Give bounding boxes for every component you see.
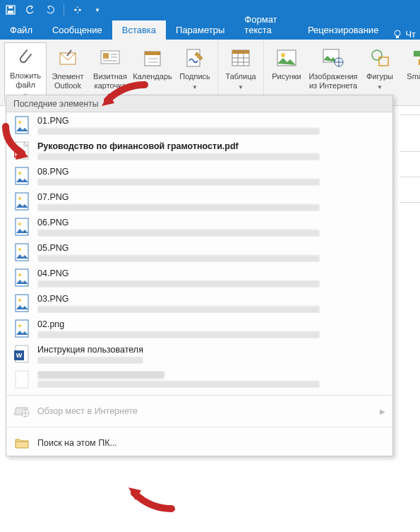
signature-button[interactable]: Подпись ▼ — [174, 42, 216, 102]
pictures-icon — [277, 45, 296, 71]
recent-item[interactable]: 05.PNG — [6, 240, 392, 265]
recent-item[interactable]: WИнструкция пользователя — [6, 341, 392, 367]
separator — [6, 427, 392, 427]
chevron-down-icon: ▼ — [377, 83, 383, 92]
img-file-icon — [13, 319, 30, 338]
recent-item-path — [37, 306, 320, 313]
recent-item[interactable] — [6, 367, 392, 392]
none-file-icon — [13, 370, 30, 389]
table-icon — [232, 45, 250, 71]
calendar-label: Календарь — [133, 72, 172, 81]
recent-item-path — [37, 179, 320, 186]
outlook-item-label: Элемент Outlook — [52, 72, 84, 90]
browse-web-button[interactable]: Обзор мест в Интернете ▶ — [6, 398, 392, 424]
attach-file-button[interactable]: Вложить файл ▼ — [4, 42, 47, 102]
shapes-icon — [370, 45, 390, 71]
recent-item[interactable]: 04.PNG — [6, 265, 392, 290]
recent-item-name: 06.PNG — [37, 218, 320, 227]
recent-item-text: 02.png — [37, 319, 320, 338]
tab-review[interactable]: Рецензирование — [298, 20, 388, 40]
recent-item-path — [37, 381, 320, 388]
img-file-icon — [13, 115, 30, 135]
browse-this-pc-button[interactable]: Поиск на этом ПК... — [6, 430, 392, 456]
tell-me-button[interactable]: Чт — [388, 29, 420, 40]
shapes-button[interactable]: Фигуры ▼ — [359, 42, 401, 102]
svg-point-49 — [18, 299, 21, 302]
signature-label: Подпись — [179, 72, 210, 81]
svg-rect-1 — [8, 11, 13, 13]
img-file-icon — [13, 293, 30, 313]
pdf-file-icon: PDF — [13, 141, 30, 160]
recent-item-path — [37, 204, 320, 211]
recent-item[interactable]: 02.png — [6, 316, 392, 341]
recent-item[interactable]: 08.PNG — [6, 163, 392, 189]
table-label: Таблица — [225, 72, 256, 81]
recent-item-name: 02.png — [37, 319, 320, 329]
recent-item-text: 04.PNG — [37, 268, 320, 288]
recent-item-name: 04.PNG — [37, 268, 320, 278]
tab-message[interactable]: Сообщение — [42, 20, 112, 40]
svg-point-5 — [395, 30, 400, 36]
qat-customize-button[interactable]: ▼ — [90, 2, 105, 18]
calendar-icon — [143, 45, 162, 71]
recent-item-path — [37, 357, 143, 364]
svg-rect-9 — [103, 53, 109, 59]
svg-rect-2 — [8, 6, 13, 8]
online-pictures-button[interactable]: Изображения из Интернета — [308, 42, 359, 102]
business-card-icon — [100, 45, 120, 71]
recent-item-text: 03.PNG — [37, 294, 320, 313]
svg-point-43 — [18, 223, 21, 225]
svg-point-45 — [18, 248, 21, 251]
lightbulb-icon — [392, 30, 402, 40]
signature-icon — [186, 45, 204, 71]
recent-item[interactable]: PDFРуководство по финансовой грамотности… — [6, 138, 392, 163]
business-card-button[interactable]: Визитная карточка ▼ — [89, 42, 131, 102]
recent-item[interactable]: 07.PNG — [6, 189, 392, 214]
svg-point-34 — [18, 121, 21, 124]
outlook-item-icon — [59, 45, 77, 71]
recent-item-name: 08.PNG — [37, 167, 320, 177]
globe-icon — [13, 404, 30, 418]
recent-item-text: 06.PNG — [37, 218, 320, 237]
pictures-button[interactable]: Рисунки — [265, 42, 308, 102]
recent-item-path — [37, 331, 320, 338]
undo-button[interactable] — [23, 2, 38, 18]
svg-rect-19 — [232, 50, 249, 54]
svg-point-25 — [281, 53, 285, 57]
outlook-item-button[interactable]: Элемент Outlook — [47, 42, 89, 102]
calendar-button[interactable]: Календарь — [131, 42, 174, 102]
chevron-down-icon: ▼ — [238, 83, 244, 92]
recent-item-path — [37, 230, 320, 237]
tab-options[interactable]: Параметры — [166, 20, 234, 40]
touch-mode-button[interactable] — [70, 2, 85, 18]
tab-insert[interactable]: Вставка — [112, 20, 166, 40]
recent-items-list: 01.PNGPDFРуководство по финансовой грамо… — [6, 112, 392, 392]
quick-access-toolbar: ▼ — [0, 0, 420, 20]
img-file-icon — [13, 242, 30, 262]
save-button[interactable] — [3, 2, 18, 18]
redo-button[interactable] — [42, 2, 58, 18]
table-button[interactable]: Таблица ▼ — [220, 42, 262, 102]
svg-rect-30 — [414, 51, 420, 57]
recent-item-path — [37, 255, 320, 262]
smartart-button[interactable]: SmartArt — [401, 42, 420, 102]
tab-file[interactable]: Файл — [0, 20, 42, 40]
recent-item-name: 01.PNG — [37, 116, 320, 126]
recent-item-text: 05.PNG — [37, 243, 320, 262]
tab-format-text[interactable]: Формат текста — [234, 10, 298, 40]
tell-me-label: Чт — [405, 29, 416, 40]
recent-items-header: Последние элементы — [6, 95, 392, 112]
recent-item[interactable]: 06.PNG — [6, 214, 392, 240]
img-file-icon — [13, 191, 30, 211]
paperclip-icon — [17, 46, 34, 70]
recent-item[interactable]: 01.PNG — [6, 112, 392, 138]
recent-item-name: Руководство по финансовой грамотности.pd… — [37, 141, 320, 151]
recent-item-path — [37, 128, 320, 135]
recent-item[interactable]: 03.PNG — [6, 290, 392, 316]
recent-item-text: 07.PNG — [37, 192, 320, 211]
recent-item-text — [37, 371, 320, 388]
svg-point-51 — [18, 324, 21, 327]
svg-text:W: W — [16, 352, 23, 359]
ribbon-tabs: Файл Сообщение Вставка Параметры Формат … — [0, 20, 420, 40]
recent-item-name: 03.PNG — [37, 294, 320, 304]
